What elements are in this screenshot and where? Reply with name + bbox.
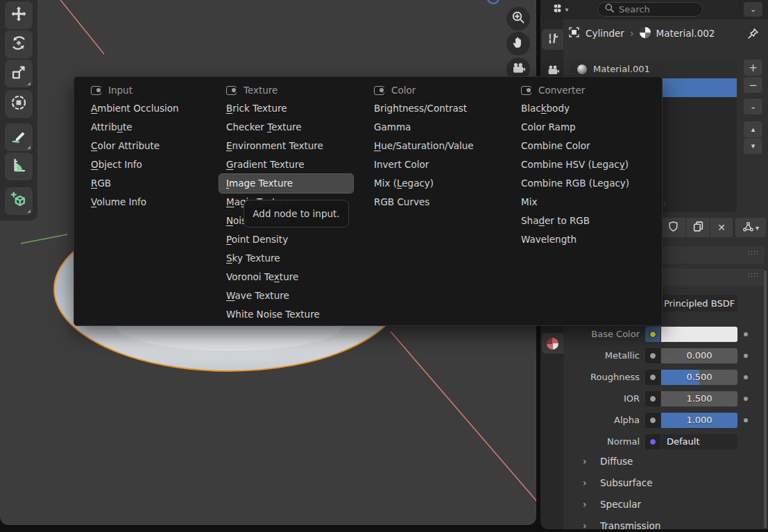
animate-decorator-dot[interactable] — [744, 397, 748, 401]
chevron-right-icon: › — [583, 456, 587, 467]
menu-item-gradient-texture[interactable]: Gradient Texture — [219, 155, 353, 174]
socket-dot-icon — [649, 352, 656, 359]
drag-grip-icon[interactable]: :::: — [748, 249, 759, 256]
add-cube-tool-button[interactable] — [5, 187, 33, 215]
link-material-dropdown[interactable]: ▾ — [735, 218, 766, 237]
menu-item-rgb-curves[interactable]: RGB Curves — [367, 193, 481, 212]
transform-tool-button[interactable] — [5, 90, 33, 118]
section-subsurface[interactable]: ›Subsurface — [563, 477, 768, 492]
menu-item-gamma[interactable]: Gamma — [367, 118, 481, 137]
breadcrumb-object[interactable]: Cylinder — [586, 28, 624, 39]
menu-item-wave-texture[interactable]: Wave Texture — [219, 286, 353, 305]
menu-item-combine-color[interactable]: Combine Color — [514, 137, 636, 155]
properties-tab-material[interactable] — [542, 333, 563, 354]
pin-icon[interactable] — [747, 28, 759, 42]
menu-item-brick-texture[interactable]: Brick Texture — [219, 99, 353, 118]
menu-item-sky-texture[interactable]: Sky Texture — [219, 249, 353, 268]
value-slider[interactable]: 1.500 — [661, 391, 737, 406]
measure-tool-button[interactable] — [5, 153, 33, 180]
menu-item-combine-hsv-legacy-[interactable]: Combine HSV (Legacy) — [514, 155, 636, 174]
animate-decorator-dot[interactable] — [744, 332, 748, 336]
menu-item-brightness-contrast[interactable]: Brightness/Contrast — [367, 99, 481, 118]
menu-item-rgb[interactable]: RGB — [84, 174, 186, 193]
move-tool-button[interactable] — [5, 1, 33, 29]
menu-item-point-density[interactable]: Point Density — [219, 230, 353, 249]
menu-item-mix[interactable]: Mix — [514, 193, 636, 212]
fake-user-button[interactable] — [660, 218, 685, 237]
input-socket-toggle[interactable] — [645, 348, 660, 363]
annotate-tool-button[interactable] — [5, 123, 33, 151]
search-input[interactable]: Search — [597, 2, 703, 17]
menu-item-volume-info[interactable]: Volume Info — [84, 193, 186, 212]
move-down-slot-button[interactable]: ▾ — [744, 138, 762, 154]
menu-item-hue-saturation-value[interactable]: Hue/Saturation/Value — [367, 137, 481, 155]
node-icon — [91, 86, 101, 95]
animate-decorator-dot[interactable] — [744, 354, 748, 358]
move-tool-icon — [10, 6, 27, 25]
menu-item-mix-legacy-[interactable]: Mix (Legacy) — [367, 174, 481, 193]
menu-item-environment-texture[interactable]: Environment Texture — [219, 137, 353, 155]
editor-type-button[interactable]: ▾ — [546, 2, 575, 17]
rotate-tool-button[interactable] — [5, 31, 33, 58]
breadcrumb: Cylinder › Material.002 — [568, 26, 715, 40]
properties-editor-icon — [553, 3, 564, 17]
chevron-down-icon: ▾ — [565, 6, 569, 13]
input-socket-toggle[interactable] — [645, 413, 660, 428]
properties-tab-tool[interactable] — [542, 29, 563, 50]
pan-hand-button[interactable] — [506, 32, 530, 55]
input-socket-toggle[interactable] — [645, 391, 660, 406]
property-row-ior: IOR1.500 — [563, 391, 768, 406]
menu-item-image-texture[interactable]: Image Texture — [219, 174, 353, 193]
menu-item-object-info[interactable]: Object Info — [84, 155, 186, 174]
object-icon — [568, 26, 580, 40]
add-slot-button[interactable]: + — [744, 60, 762, 76]
material-slot[interactable]: Material.001 — [570, 60, 737, 78]
property-label: IOR — [563, 391, 640, 406]
menu-item-checker-texture[interactable]: Checker Texture — [219, 118, 353, 137]
menu-item-combine-rgb-legacy-[interactable]: Combine RGB (Legacy) — [514, 174, 636, 193]
menu-item-voronoi-texture[interactable]: Voronoi Texture — [219, 268, 353, 286]
unlink-button[interactable]: ✕ — [710, 218, 733, 237]
chevron-down-icon: ▾ — [756, 224, 759, 232]
normal-field[interactable]: Default — [661, 434, 737, 449]
shield-icon — [667, 221, 679, 235]
breadcrumb-material[interactable]: Material.002 — [656, 28, 715, 39]
remove-slot-button[interactable]: − — [744, 77, 762, 93]
move-up-slot-button[interactable]: ▴ — [744, 121, 762, 137]
specials-slot-button[interactable]: ⌄ — [744, 98, 762, 114]
zoom-button[interactable] — [506, 7, 530, 31]
header-options-button[interactable]: ⌄ — [744, 2, 762, 17]
input-socket-toggle[interactable] — [645, 370, 660, 385]
menu-item-white-noise-texture[interactable]: White Noise Texture — [219, 305, 353, 324]
animate-decorator-dot[interactable] — [744, 418, 748, 422]
menu-item-invert-color[interactable]: Invert Color — [367, 155, 481, 174]
menu-item-attribute[interactable]: Attribute — [84, 118, 186, 137]
property-label: Roughness — [563, 370, 640, 385]
navigation-gizmo-partial[interactable] — [488, 0, 499, 3]
menu-item-shader-to-rgb[interactable]: Shader to RGB — [514, 212, 636, 230]
scale-tool-button[interactable] — [5, 60, 33, 87]
value-slider[interactable]: 0.000 — [661, 348, 737, 363]
measure-tool-icon — [10, 157, 27, 176]
rotate-tool-icon — [10, 35, 27, 54]
input-socket-toggle[interactable] — [645, 327, 660, 342]
drag-grip-icon[interactable]: :::: — [748, 271, 759, 278]
input-socket-toggle[interactable] — [645, 434, 660, 449]
menu-item-color-attribute[interactable]: Color Attribute — [84, 137, 186, 155]
section-specular[interactable]: ›Specular — [563, 499, 768, 514]
section-diffuse[interactable]: ›Diffuse — [563, 456, 768, 471]
axis-red-line-top — [58, 0, 104, 54]
value-slider[interactable]: 1.000 — [661, 413, 737, 428]
base-color-swatch[interactable] — [661, 327, 737, 342]
menu-item-ambient-occlusion[interactable]: Ambient Occlusion — [84, 99, 186, 118]
section-transmission[interactable]: ›Transmission — [563, 520, 768, 529]
value-slider[interactable]: 0.500 — [661, 370, 737, 385]
move-up-icon: ▴ — [751, 125, 756, 134]
animate-decorator-dot[interactable] — [744, 375, 748, 379]
surface-shader-dropdown[interactable]: Principled BSDF — [661, 295, 737, 311]
scrollbar[interactable] — [764, 271, 767, 529]
menu-item-wavelength[interactable]: Wavelength — [514, 230, 636, 249]
menu-item-color-ramp[interactable]: Color Ramp — [514, 118, 636, 137]
duplicate-button[interactable] — [686, 218, 710, 237]
menu-item-blackbody[interactable]: Blackbody — [514, 99, 636, 118]
